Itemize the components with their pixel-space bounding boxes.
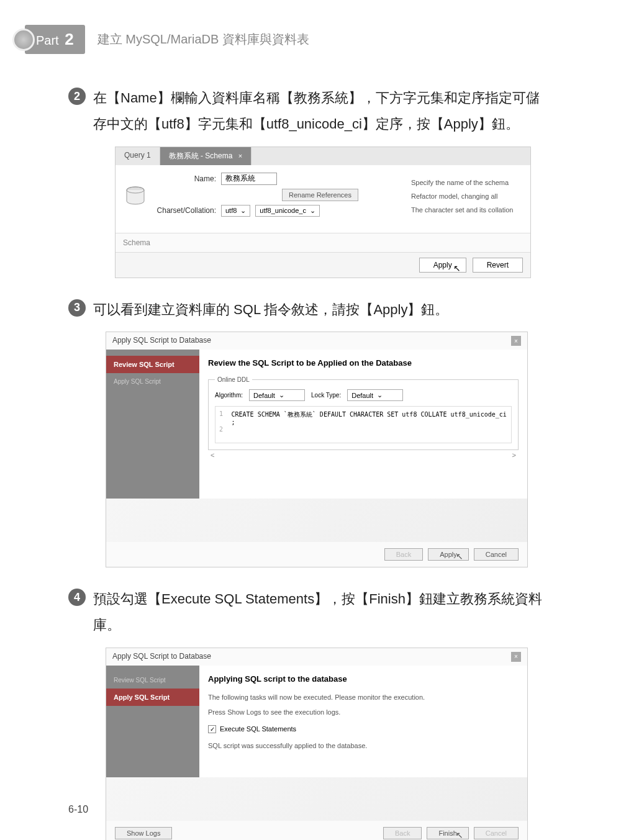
dialog-title-text: Apply SQL Script to Database <box>112 652 211 662</box>
execute-sql-checkbox[interactable]: ✓ <box>208 725 216 733</box>
desc-rename: Refactor model, changing all <box>411 192 523 200</box>
algorithm-select[interactable]: Default⌄ <box>249 389 305 401</box>
feather-decoration <box>106 499 527 542</box>
sidebar-apply-sql[interactable]: Apply SQL Script <box>106 689 199 706</box>
info-line2: Press Show Logs to see the execution log… <box>208 707 519 718</box>
dialog-sidebar: Review SQL Script Apply SQL Script <box>106 666 199 777</box>
step-3: 3 可以看到建立資料庫的 SQL 指令敘述，請按【Apply】鈕。 Apply … <box>68 297 553 568</box>
sidebar-apply-sql: Apply SQL Script <box>106 373 199 390</box>
cursor-icon: ↖ <box>453 263 461 273</box>
desc-charset: The character set and its collation <box>411 206 523 214</box>
chevron-down-icon: ⌄ <box>310 207 315 215</box>
name-input[interactable] <box>221 173 277 185</box>
cancel-button[interactable]: Cancel <box>474 548 519 561</box>
charset-label: Charset/Collation: <box>154 206 216 215</box>
back-button: Back <box>383 827 422 839</box>
tabs-bar: Query 1 教務系統 - Schema × <box>116 147 530 165</box>
tab-schema-label: 教務系統 - Schema <box>169 151 233 160</box>
line-number: 1 <box>219 410 232 426</box>
locktype-select[interactable]: Default⌄ <box>347 389 403 401</box>
feather-decoration <box>106 777 527 821</box>
step-2-text: 在【Name】欄輸入資料庫名稱【教務系統】，下方字元集和定序指定可儲存中文的【u… <box>93 85 553 137</box>
part-label: Part <box>36 34 59 47</box>
cursor-icon: ↖ <box>456 551 463 561</box>
fieldset-legend: Online DDL <box>215 376 252 383</box>
algorithm-label: Algorithm: <box>215 392 243 399</box>
close-icon[interactable]: × <box>238 152 242 160</box>
apply-button[interactable]: Apply ↖ <box>428 548 469 561</box>
sql-code-line: CREATE SCHEMA `教務系統` DEFAULT CHARACTER S… <box>232 410 507 426</box>
revert-button[interactable]: Revert <box>473 258 523 273</box>
part-number: 2 <box>65 30 73 48</box>
close-icon[interactable]: × <box>511 336 521 346</box>
charset-select[interactable]: utf8 ⌄ <box>221 205 250 217</box>
step-3-text: 可以看到建立資料庫的 SQL 指令敘述，請按【Apply】鈕。 <box>93 297 448 323</box>
desc-name: Specify the name of the schema <box>411 179 523 186</box>
scroll-left-icon[interactable]: < <box>211 451 214 459</box>
line-number: 2 <box>219 426 232 433</box>
success-message: SQL script was successfully applied to t… <box>208 741 519 751</box>
panel-title: Applying SQL script to the database <box>208 674 519 684</box>
info-line1: The following tasks will now be executed… <box>208 692 519 703</box>
dialog-sidebar: Review SQL Script Apply SQL Script <box>106 350 199 499</box>
chevron-down-icon: ⌄ <box>377 391 383 399</box>
header-title: 建立 MySQL/MariaDB 資料庫與資料表 <box>97 31 309 48</box>
chevron-down-icon: ⌄ <box>279 391 284 399</box>
finish-button[interactable]: Finish ↖ <box>427 827 468 839</box>
dialog-title-text: Apply SQL Script to Database <box>112 336 211 346</box>
page-header: Part 2 建立 MySQL/MariaDB 資料庫與資料表 <box>0 0 621 66</box>
close-icon[interactable]: × <box>511 652 521 662</box>
screenshot-schema-form: Query 1 教務系統 - Schema × Name: <box>115 147 531 278</box>
schema-label: Schema <box>116 233 530 252</box>
tab-query1[interactable]: Query 1 <box>116 147 160 165</box>
cancel-button: Cancel <box>474 827 519 839</box>
step-2-badge: 2 <box>68 88 86 105</box>
sidebar-review-sql[interactable]: Review SQL Script <box>106 356 199 373</box>
tab-schema[interactable]: 教務系統 - Schema × <box>160 147 252 165</box>
sidebar-review-sql: Review SQL Script <box>106 672 199 689</box>
step-4: 4 預設勾選【Execute SQL Statements】，按【Finish】… <box>68 586 553 840</box>
part-badge: Part 2 <box>25 25 85 54</box>
rename-references-button[interactable]: Rename References <box>282 189 358 201</box>
database-icon <box>123 184 148 209</box>
locktype-label: Lock Type: <box>311 392 341 399</box>
collation-value: utf8_unicode_c <box>260 207 306 214</box>
collation-select[interactable]: utf8_unicode_c ⌄ <box>255 205 320 217</box>
checkbox-label: Execute SQL Statements <box>220 725 296 733</box>
charset-value: utf8 <box>225 207 237 214</box>
step-2: 2 在【Name】欄輸入資料庫名稱【教務系統】，下方字元集和定序指定可儲存中文的… <box>68 85 553 278</box>
showlogs-button[interactable]: Show Logs <box>115 827 172 839</box>
apply-button[interactable]: Apply ↖ <box>419 258 466 273</box>
scroll-right-icon[interactable]: > <box>512 451 516 459</box>
screenshot-review-sql: Apply SQL Script to Database × Review SQ… <box>106 332 528 567</box>
screenshot-apply-sql: Apply SQL Script to Database × Review SQ… <box>106 648 528 840</box>
step-4-badge: 4 <box>68 589 86 606</box>
panel-title: Review the SQL Script to be Applied on t… <box>208 358 519 368</box>
back-button: Back <box>384 548 423 561</box>
step-4-text: 預設勾選【Execute SQL Statements】，按【Finish】鈕建… <box>93 586 553 638</box>
name-label: Name: <box>154 174 216 183</box>
sql-textarea[interactable]: 1CREATE SCHEMA `教務系統` DEFAULT CHARACTER … <box>215 406 512 443</box>
cursor-icon: ↖ <box>456 830 463 840</box>
chevron-down-icon: ⌄ <box>240 207 246 215</box>
page-number: 6-10 <box>68 804 88 815</box>
step-3-badge: 3 <box>68 299 86 317</box>
